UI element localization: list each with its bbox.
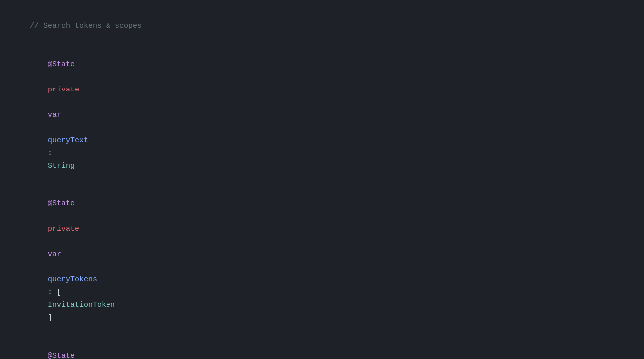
code-editor: // Search tokens & scopes @State private… <box>0 0 644 359</box>
keyword-var: var <box>48 111 61 119</box>
var-querytext: queryText <box>48 136 88 145</box>
state-line-3: @State private var scope : AttendanceSco… <box>30 337 614 359</box>
state-line-2: @State private var queryTokens : [ Invit… <box>30 185 614 337</box>
blank-line-1 <box>30 33 614 46</box>
keyword-state: @State <box>48 60 75 69</box>
state-line-1: @State private var queryText : String <box>30 45 614 185</box>
keyword-private: private <box>48 86 79 94</box>
comment-line: // Search tokens & scopes <box>30 20 614 33</box>
type-string: String <box>48 162 75 170</box>
